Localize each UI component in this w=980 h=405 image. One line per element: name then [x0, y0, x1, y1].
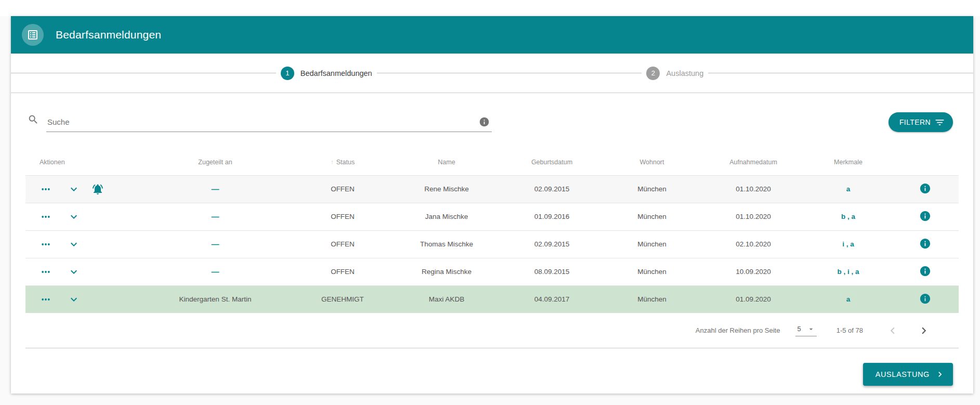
column-header-merkmale[interactable]: Merkmale — [805, 149, 891, 175]
search-icon — [28, 114, 39, 127]
cell-geburtsdatum: 02.09.2015 — [501, 230, 603, 258]
cell-geburtsdatum: 08.09.2015 — [501, 258, 603, 285]
main-card: Bedarfsanmeldungen 1 Bedarfsanmeldungen … — [11, 16, 973, 394]
row-expand-chevron-down-icon[interactable] — [68, 211, 80, 223]
step-2-number: 2 — [646, 67, 660, 80]
table-row[interactable]: — OFFEN Thomas Mischke 02.09.2015 Münche… — [25, 230, 959, 258]
dropdown-caret-icon — [807, 325, 815, 333]
next-page-button[interactable] — [917, 324, 931, 337]
cell-zugeteilt-an: Kindergarten St. Martin — [137, 285, 293, 313]
cell-aufnahmedatum: 01.09.2020 — [701, 285, 805, 313]
step-bedarfsanmeldungen[interactable]: 1 Bedarfsanmeldungen — [276, 67, 377, 80]
row-expand-chevron-down-icon[interactable] — [68, 183, 80, 195]
filter-list-icon — [934, 117, 945, 128]
table-row[interactable]: — OFFEN Rene Mischke 02.09.2015 München … — [25, 175, 959, 203]
previous-page-button[interactable] — [886, 324, 899, 337]
filter-button-label: FILTERN — [899, 118, 931, 126]
row-info-icon[interactable] — [919, 238, 931, 250]
rows-per-page-label: Anzahl der Reihen pro Seite — [696, 326, 780, 334]
cell-status: OFFEN — [293, 203, 392, 230]
search-field — [25, 112, 492, 132]
step-2-label: Auslastung — [666, 69, 703, 77]
cell-zugeteilt-an: — — [137, 175, 293, 203]
cell-name: Jana Mischke — [392, 203, 501, 230]
cell-merkmale: b , a — [805, 203, 891, 230]
table-row[interactable]: — OFFEN Regina Mischke 08.09.2015 Münche… — [25, 258, 959, 285]
cell-geburtsdatum: 04.09.2017 — [501, 285, 603, 313]
stepper-line — [708, 73, 973, 73]
column-header-name[interactable]: Name — [392, 149, 501, 175]
search-info-icon[interactable] — [479, 116, 490, 127]
filter-button[interactable]: FILTERN — [888, 112, 953, 132]
stepper: 1 Bedarfsanmeldungen 2 Auslastung — [11, 54, 973, 93]
cell-wohnort: München — [603, 258, 701, 285]
column-header-aktionen: Aktionen — [25, 149, 137, 175]
search-row: FILTERN — [25, 111, 959, 134]
content-area: FILTERN Aktionen Zugeteilt an ↑Status Na… — [11, 111, 973, 386]
cell-aufnahmedatum: 01.10.2020 — [701, 203, 805, 230]
cell-status: OFFEN — [293, 230, 392, 258]
page-title: Bedarfsanmeldungen — [56, 29, 161, 41]
row-info-icon[interactable] — [919, 293, 931, 305]
auslastung-button[interactable]: AUSLASTUNG — [863, 363, 953, 386]
step-1-label: Bedarfsanmeldungen — [300, 69, 372, 77]
column-header-geburtsdatum[interactable]: Geburtsdatum — [501, 149, 603, 175]
top-margin — [0, 0, 980, 16]
cell-geburtsdatum: 02.09.2015 — [501, 175, 603, 203]
row-expand-chevron-down-icon[interactable] — [68, 293, 80, 306]
column-header-info — [891, 149, 959, 175]
cell-zugeteilt-an: — — [137, 258, 293, 285]
cell-aufnahmedatum: 01.10.2020 — [701, 175, 805, 203]
bedarfsanmeldungen-table: Aktionen Zugeteilt an ↑Status Name Gebur… — [25, 149, 959, 313]
cell-merkmale: b , i , a — [805, 258, 891, 285]
row-info-icon[interactable] — [919, 210, 931, 222]
cell-wohnort: München — [603, 285, 701, 313]
row-expand-chevron-down-icon[interactable] — [68, 238, 80, 251]
step-auslastung[interactable]: 2 Auslastung — [642, 67, 708, 80]
app-header: Bedarfsanmeldungen — [11, 16, 973, 54]
step-1-number: 1 — [281, 67, 294, 80]
row-menu-button[interactable] — [40, 211, 52, 223]
cell-status: OFFEN — [293, 175, 392, 203]
column-header-status[interactable]: ↑Status — [293, 149, 392, 175]
auslastung-button-label: AUSLASTUNG — [876, 370, 930, 378]
row-menu-button[interactable] — [40, 238, 52, 251]
row-menu-button[interactable] — [40, 183, 52, 195]
notification-bell-icon[interactable] — [92, 183, 104, 195]
list-alt-icon — [22, 24, 44, 46]
cell-zugeteilt-an: — — [137, 203, 293, 230]
row-menu-button[interactable] — [40, 293, 52, 306]
column-header-zugeteilt-an[interactable]: Zugeteilt an — [137, 149, 293, 175]
row-info-icon[interactable] — [919, 265, 931, 277]
cell-merkmale: i , a — [805, 230, 891, 258]
stepper-line — [377, 73, 642, 73]
cell-merkmale: a — [805, 285, 891, 313]
row-menu-button[interactable] — [40, 266, 52, 278]
cell-status: GENEHMIGT — [293, 285, 392, 313]
cell-zugeteilt-an: — — [137, 230, 293, 258]
cell-name: Thomas Mischke — [392, 230, 501, 258]
cell-name: Regina Mischke — [392, 258, 501, 285]
cell-aufnahmedatum: 02.10.2020 — [701, 230, 805, 258]
table-row[interactable]: — OFFEN Jana Mischke 01.09.2016 München … — [25, 203, 959, 230]
cell-wohnort: München — [603, 203, 701, 230]
pagination-bar: Anzahl der Reihen pro Seite 5 1-5 of 78 — [25, 313, 959, 348]
stepper-line — [11, 73, 276, 73]
chevron-right-icon — [935, 369, 945, 380]
rows-per-page-select[interactable]: 5 — [795, 325, 816, 336]
cell-merkmale: a — [805, 175, 891, 203]
row-expand-chevron-down-icon[interactable] — [68, 266, 80, 278]
cell-name: Rene Mischke — [392, 175, 501, 203]
pagination-range-label: 1-5 of 78 — [837, 326, 863, 334]
cell-wohnort: München — [603, 230, 701, 258]
column-header-wohnort[interactable]: Wohnort — [603, 149, 701, 175]
table-header-row: Aktionen Zugeteilt an ↑Status Name Gebur… — [25, 149, 959, 175]
column-header-aufnahmedatum[interactable]: Aufnahmedatum — [701, 149, 805, 175]
cell-aufnahmedatum: 10.09.2020 — [701, 258, 805, 285]
search-input[interactable] — [46, 117, 492, 126]
footer-row: AUSLASTUNG — [25, 363, 959, 386]
sort-ascending-icon: ↑ — [331, 159, 334, 166]
cell-wohnort: München — [603, 175, 701, 203]
row-info-icon[interactable] — [919, 182, 931, 194]
table-row-selected[interactable]: Kindergarten St. Martin GENEHMIGT Maxi A… — [25, 285, 959, 313]
